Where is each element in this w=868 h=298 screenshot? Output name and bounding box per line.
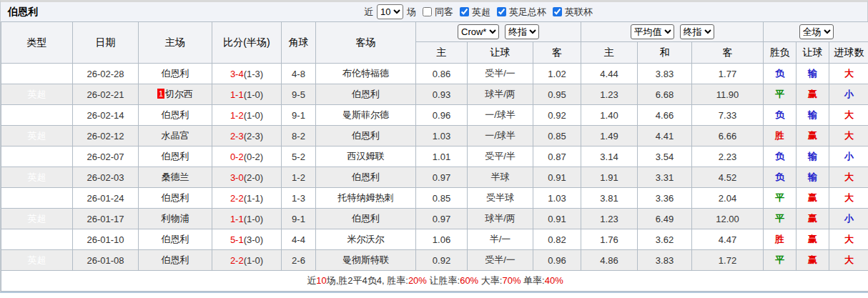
- odds-away-cell: 1.03: [533, 188, 581, 209]
- home-cell: 伯恩利: [139, 188, 212, 209]
- outcome-cell: 平: [764, 188, 797, 209]
- scope-select[interactable]: 全场: [799, 24, 834, 39]
- col-header-result-goals: 进球数: [829, 42, 868, 64]
- league-eflcup-checkbox[interactable]: [553, 7, 562, 16]
- home-cell: 伯恩利: [139, 229, 212, 250]
- date-cell: 26-02-07: [73, 146, 139, 167]
- odds-away-cell: 0.92: [533, 105, 581, 126]
- goals-result-cell: 小: [829, 84, 868, 105]
- odds-handicap-cell: 受半/一: [468, 250, 533, 271]
- handicap-result-cell: 输: [797, 167, 829, 188]
- average-final-select[interactable]: 终指: [680, 24, 714, 39]
- odds-home-cell: 0.86: [416, 64, 468, 84]
- avg-draw-cell: 3.54: [638, 146, 692, 167]
- league-facup-label: 英足总杯: [509, 6, 546, 19]
- summary-segment: 大率:: [478, 275, 502, 286]
- summary-segment: 60%: [460, 275, 478, 286]
- halftime-score: (1-0): [244, 110, 263, 121]
- col-header-corner: 角球: [282, 22, 316, 64]
- league-epl-label: 英超: [472, 6, 490, 19]
- corner-cell: 9-1: [282, 105, 316, 126]
- league-facup-checkbox[interactable]: [497, 7, 506, 16]
- handicap-result-cell: 赢: [797, 250, 829, 271]
- fulltime-score: 0-2: [230, 152, 244, 162]
- score-cell: 2-2(1-0): [212, 250, 282, 271]
- halftime-score: (1-1): [244, 193, 263, 204]
- recent-count-select[interactable]: 10: [377, 4, 403, 19]
- summary-segment: 场,胜2平4负4, 胜率:: [327, 275, 408, 286]
- date-cell: 26-02-03: [73, 167, 139, 188]
- team-title: 伯恩利: [1, 6, 38, 19]
- odds-away-cell: 0.91: [533, 167, 581, 188]
- away-team-name: 曼斯菲尔德: [342, 109, 389, 120]
- odds-handicap-cell: 一/球半: [468, 126, 533, 146]
- date-cell: 26-02-28: [73, 64, 139, 84]
- avg-home-cell: 1.40: [581, 105, 638, 126]
- same-venue-label: 同客: [435, 6, 453, 19]
- avg-away-cell: 6.66: [692, 126, 764, 146]
- avg-draw-cell: 3.83: [638, 64, 692, 84]
- odds-select-group: Crow* 终指: [416, 22, 581, 42]
- odds-home-cell: 1.03: [416, 126, 468, 146]
- summary-segment: 近: [307, 275, 316, 286]
- halftime-score: (2-0): [244, 172, 263, 183]
- date-cell: 26-02-12: [73, 126, 139, 146]
- goals-result-cell: 大: [829, 229, 868, 250]
- avg-away-cell: 12.00: [692, 209, 764, 229]
- away-cell: 托特纳姆热刺: [316, 188, 416, 209]
- halftime-score: (0-2): [244, 152, 263, 162]
- table-row: 英超 26-01-17 利物浦 1-1(1-0) 9-1 伯恩利 0.97 球半…: [1, 209, 868, 229]
- home-cell: 利物浦: [139, 209, 212, 229]
- score-cell: 3-0(2-0): [212, 167, 282, 188]
- matches-label: 场: [407, 6, 416, 19]
- avg-draw-cell: 3.36: [638, 188, 692, 209]
- away-cell: 米尔沃尔: [316, 229, 416, 250]
- outcome-cell: 平: [764, 209, 797, 229]
- home-team-name: 伯恩利: [162, 151, 189, 162]
- recent-label: 近: [364, 6, 373, 19]
- avg-away-cell: 2.23: [692, 146, 764, 167]
- away-team-name: 托特纳姆热刺: [338, 192, 394, 203]
- avg-draw-cell: 4.66: [638, 105, 692, 126]
- away-team-name: 伯恩利: [352, 213, 380, 224]
- goals-result-cell: 小: [829, 209, 868, 229]
- halftime-score: (2-3): [244, 131, 263, 141]
- same-venue-checkbox[interactable]: [423, 7, 432, 16]
- outcome-cell: 负: [764, 105, 797, 126]
- halftime-score: (1-3): [244, 69, 263, 79]
- average-select[interactable]: 平均值: [631, 24, 674, 39]
- fulltime-score: 1-1: [230, 214, 244, 224]
- odds-handicap-cell: 受半球: [468, 188, 533, 209]
- outcome-cell: 胜: [764, 126, 797, 146]
- odds-home-cell: 0.93: [416, 84, 468, 105]
- avg-away-cell: 1.72: [692, 250, 764, 271]
- bookmaker-final-select[interactable]: 终指: [505, 24, 539, 39]
- goals-result-cell: 小: [829, 146, 868, 167]
- avg-home-cell: 1.49: [581, 126, 638, 146]
- avg-away-cell: 4.47: [692, 229, 764, 250]
- col-header-score: 比分(半场): [212, 22, 282, 64]
- date-cell: 26-02-21: [73, 84, 139, 105]
- bookmaker-select[interactable]: Crow*: [458, 24, 499, 39]
- league-cell: 英超: [1, 84, 73, 105]
- table-row: 英超 26-02-07 伯恩利 0-2(0-2) 5-2 西汉姆联 1.01 受…: [1, 146, 868, 167]
- score-cell: 2-2(1-1): [212, 188, 282, 209]
- league-epl-checkbox[interactable]: [460, 7, 469, 16]
- date-cell: 26-02-14: [73, 105, 139, 126]
- table-row: 英超 26-02-21 1切尔西 1-1(1-0) 9-5 伯恩利 0.93 球…: [1, 84, 868, 105]
- halftime-score: (1-0): [244, 214, 263, 224]
- away-team-name: 曼彻斯特联: [342, 254, 389, 265]
- handicap-result-cell: 赢: [797, 126, 829, 146]
- table-row: 英足总杯 26-01-10 伯恩利 5-1(3-0) 4-4 米尔沃尔 1.06…: [1, 229, 868, 250]
- col-header-avg-home: 主: [581, 42, 638, 64]
- avg-home-cell: 1.23: [581, 84, 638, 105]
- home-team-name: 桑德兰: [162, 172, 189, 182]
- odds-handicap-cell: 受平/半: [468, 146, 533, 167]
- goals-result-cell: 大: [829, 64, 868, 84]
- date-cell: 26-01-10: [73, 229, 139, 250]
- league-cell: 英超: [1, 209, 73, 229]
- odds-handicap-cell: 半/一: [468, 229, 533, 250]
- col-header-result-outcome: 胜负: [764, 42, 797, 64]
- col-header-avg-draw: 和: [638, 42, 692, 64]
- summary-segment: 让胜率:: [427, 275, 460, 286]
